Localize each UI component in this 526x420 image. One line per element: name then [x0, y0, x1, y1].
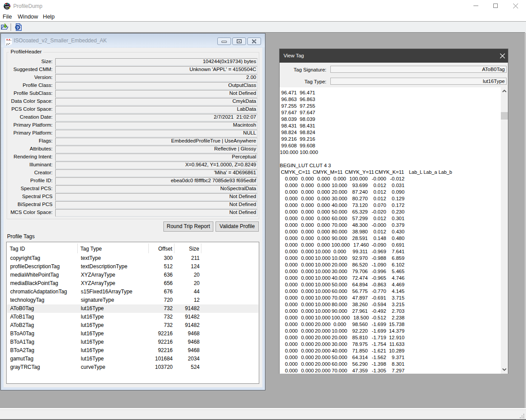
svg-text:?: ? [16, 25, 19, 30]
